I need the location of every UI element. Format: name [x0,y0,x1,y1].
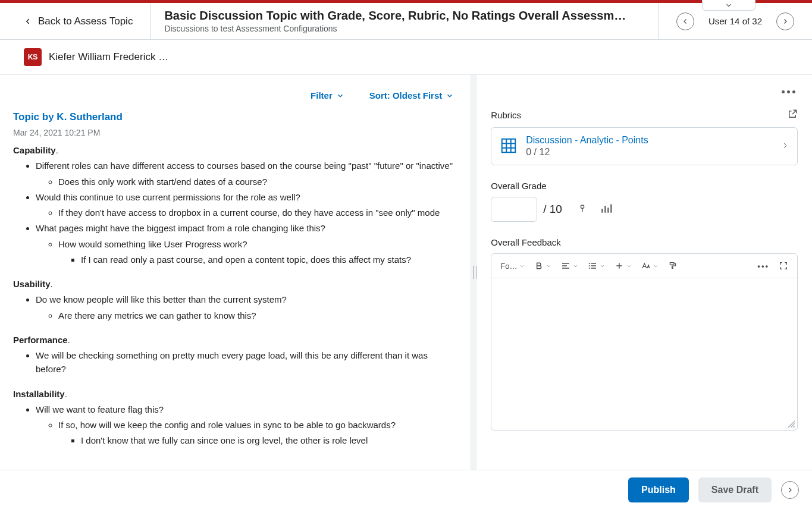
footer-next-button[interactable] [781,481,799,499]
rubrics-popout-button[interactable] [787,109,798,121]
font-size-button[interactable] [638,259,661,273]
format-painter-icon [668,261,678,271]
list-item: I don't know that we fully can since one… [81,433,457,447]
panel-resize-handle[interactable] [471,75,476,470]
section-heading: Installability [13,389,65,399]
chevron-left-icon [24,17,32,26]
align-left-icon [561,261,570,271]
chevron-down-icon [546,263,551,269]
rubric-name: Discussion - Analytic - Points [526,135,773,146]
format-painter-button[interactable] [665,259,681,273]
fullscreen-icon [779,261,788,271]
section-heading: Usability [13,279,51,289]
list-item: Are there any metrics we can gather to k… [58,309,457,322]
chevron-right-icon [782,141,789,152]
grade-tip-button[interactable] [578,203,587,216]
editor-toolbar: Fo… [491,254,797,278]
feedback-editor: Fo… [491,253,798,431]
publish-button[interactable]: Publish [628,477,689,502]
rubric-icon [500,137,518,156]
chevron-down-icon [336,92,344,100]
collapse-handle[interactable] [702,0,755,11]
user-progress-label: User 14 of 32 [708,16,762,26]
grade-out-of: / 10 [543,203,562,216]
editor-resize-handle[interactable] [786,419,795,428]
next-user-button[interactable] [776,12,794,30]
chevron-down-icon [446,92,454,100]
sort-button[interactable]: Sort: Oldest First [369,90,454,100]
list-item: Does this only work with start/end dates… [58,175,457,188]
user-row: KS Kiefer William Frederick … [0,40,812,75]
discussion-panel: Filter Sort: Oldest First Topic by K. Su… [0,75,471,470]
map-pin-icon [578,203,587,215]
list-item: Do we know people will like this better … [36,293,457,322]
post-date: Mar 24, 2021 10:21 PM [13,128,457,137]
list-item: What pages might have the biggest impact… [36,221,457,266]
fullscreen-button[interactable] [776,259,791,273]
chevron-left-icon [682,18,689,25]
chevron-down-icon [626,263,632,269]
save-draft-button[interactable]: Save Draft [698,477,772,502]
svg-point-2 [589,265,590,266]
page-title: Basic Discussion Topic with Grade, Score… [164,9,645,23]
chevron-down-icon [725,1,733,10]
list-item: How would something like User Progress w… [58,237,457,267]
svg-point-3 [589,268,590,269]
chevron-down-icon [519,263,525,269]
list-item: If I can read only a past course, and op… [81,253,457,266]
insert-button[interactable] [612,259,635,273]
post-body: Capability.Different roles can have diff… [13,143,457,448]
prev-user-button[interactable] [676,12,694,30]
grade-input[interactable] [491,197,537,222]
font-size-icon [641,261,651,271]
svg-point-1 [589,263,590,264]
back-label: Back to Assess Topic [38,15,133,27]
sort-label: Sort: Oldest First [369,90,443,100]
rubric-score: 0 / 12 [526,147,773,158]
font-family-select[interactable]: Fo… [497,259,528,273]
align-button[interactable] [558,259,581,273]
rubrics-heading: Rubrics [491,110,521,120]
chevron-down-icon [653,263,659,269]
footer: Publish Save Draft [0,470,812,509]
section-heading: Performance [13,335,68,345]
more-actions-button[interactable] [779,88,798,96]
grade-stats-button[interactable] [600,203,612,216]
post-author-link[interactable]: Topic by K. Sutherland [13,111,457,123]
title-block: Basic Discussion Topic with Grade, Score… [151,3,659,39]
rubric-card[interactable]: Discussion - Analytic - Points 0 / 12 [491,127,798,165]
bar-chart-icon [600,203,612,215]
editor-more-button[interactable]: ••• [754,259,772,273]
list-item: Would this continue to use current permi… [36,190,457,220]
popout-icon [787,109,798,120]
list-item: If so, how will we keep the config and r… [58,418,457,448]
header: Back to Assess Topic Basic Discussion To… [0,3,812,40]
filter-label: Filter [311,90,333,100]
filter-button[interactable]: Filter [311,90,344,100]
overall-feedback-heading: Overall Feedback [491,237,561,247]
list-item: Will we want to feature flag this?If so,… [36,403,457,448]
chevron-down-icon [573,263,578,269]
bold-button[interactable] [531,259,554,273]
page-subtitle: Discussions to test Assessment Configura… [164,24,645,33]
list-item: Different roles can have different acces… [36,159,457,188]
list-icon [588,261,597,271]
chevron-right-icon [782,18,789,25]
list-item: If they don't have access to dropbox in … [58,206,457,219]
section-heading: Capability [13,145,56,155]
plus-icon [615,261,624,271]
feedback-textarea[interactable] [491,278,797,430]
list-item: We will be checking something on pretty … [36,348,457,376]
bold-icon [534,261,544,271]
chevron-right-icon [786,486,794,494]
chevron-down-icon [600,263,605,269]
assessment-panel: Rubrics Discussion - Analytic - Points 0… [476,75,812,470]
svg-point-0 [581,205,584,208]
back-button[interactable]: Back to Assess Topic [0,3,151,39]
list-button[interactable] [585,259,608,273]
overall-grade-heading: Overall Grade [491,181,546,191]
avatar: KS [24,48,42,66]
user-display-name: Kiefer William Frederick … [49,51,168,63]
